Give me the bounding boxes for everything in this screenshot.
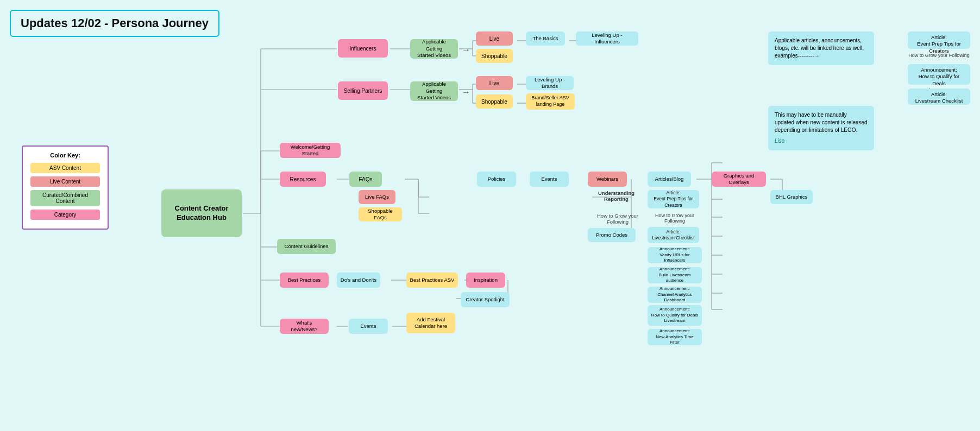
top-article-2: How to Grow your Following (908, 53, 970, 58)
faqs-node: FAQs (349, 172, 382, 187)
article-event-prep-node: Article:Event Prep Tips for Creators (648, 190, 699, 208)
title-box: Updates 12/02 - Persona Journey (10, 10, 219, 37)
article-livestream-node: Article:Livestream Checklist (648, 227, 699, 243)
add-festival-node: Add FestivalCalendar here (406, 313, 455, 333)
bhl-graphics-node: BHL Graphics (770, 190, 813, 204)
articles-blog-node: Articles/Blog (648, 172, 691, 187)
promo-codes-node: Promo Codes (588, 228, 636, 242)
welcome-node: Welcome/Getting Started (280, 143, 341, 158)
inspiration-node: Inspiration (466, 272, 505, 288)
announce-vanity-node: Announcement:Vanity URLs for Influencers (648, 247, 702, 263)
content-guidelines-node: Content Guidelines (277, 239, 336, 254)
influencers-label: Influencers (350, 45, 376, 52)
thebasics-node: The Basics (526, 31, 565, 46)
top-article-3: Announcement:How to Qualify for DealsLiv… (908, 64, 970, 85)
arrow2: → (462, 87, 470, 97)
announce-analytics-node: Announcement:New Analytics Time Filter (648, 329, 702, 345)
webinars-node: Webinars (588, 172, 627, 187)
title-text: Updates 12/02 - Persona Journey (21, 16, 209, 30)
color-key-title: Color Key: (30, 152, 100, 159)
key-category: Category (30, 210, 100, 220)
top-article-4: Article:Livestream Checklist (908, 88, 970, 105)
announce-qualify-node: Announcement:How to Qualify for DealsLiv… (648, 305, 702, 326)
top-article-1: Article:Event Prep Tips for Creators (908, 31, 970, 49)
main-container: Updates 12/02 - Persona Journey Color Ke… (0, 0, 980, 431)
selling-partners-node: Selling Partners (338, 81, 388, 100)
best-practices-asv-node: Best Practices ASV (406, 272, 458, 288)
events-node: Events (530, 172, 569, 187)
info-box-1: Applicable articles, announcements, blog… (768, 31, 874, 65)
leveling-up-brands-node: Leveling Up - Brands (526, 76, 574, 90)
shoppable2-node: Shoppable (476, 94, 513, 109)
key-asv: ASV Content (30, 163, 100, 173)
best-practices-node: Best Practices (280, 272, 329, 288)
creator-spotlight-node: Creator Spotlight (461, 292, 510, 307)
live2-node: Live (476, 76, 513, 90)
graphics-overlays-node: Graphics and Overlays (712, 172, 766, 187)
dos-donts-node: Do's and Don'ts (337, 272, 380, 288)
how-to-grow-article: How to Grow your Following (648, 213, 702, 224)
shoppable1-node: Shoppable (476, 49, 513, 63)
hub-node: Content CreatorEducation Hub (161, 189, 242, 237)
key-curated: Curated/Combined Content (30, 190, 100, 206)
info-box-2: This may have to be manually updated whe… (768, 106, 874, 150)
arrow1: → (462, 45, 470, 55)
policies-node: Policies (477, 172, 516, 187)
brand-seller-asv-node: Brand/Seller ASVlanding Page (526, 93, 575, 110)
events2-node: Events (349, 319, 388, 334)
hub-label: Content CreatorEducation Hub (175, 204, 229, 223)
how-to-grow-webinar: How to Grow your Following (588, 213, 648, 225)
announce-build-node: Announcement:Build Livestream audience (648, 267, 702, 283)
applicable-gs2-node: Applicable GettingStarted Videos (410, 81, 458, 101)
whats-new-node: What's new/News? (280, 319, 329, 334)
applicable-gs1-label: Applicable GettingStarted Videos (413, 39, 455, 59)
announce-channel-node: Announcement:Channel Analytics Dashboard (648, 287, 702, 303)
info-author: Lisa (775, 137, 868, 145)
resources-node: Resources (280, 172, 326, 187)
applicable-gs2-label: Applicable GettingStarted Videos (413, 81, 455, 101)
leveling-up-influencers-node: Leveling Up - Influencers (576, 31, 638, 46)
color-key: Color Key: ASV Content Live Content Cura… (22, 145, 109, 230)
applicable-gs1-node: Applicable GettingStarted Videos (410, 39, 458, 59)
key-live: Live Content (30, 176, 100, 187)
live1-node: Live (476, 31, 513, 46)
shoppable-faqs-node: Shoppable FAQs (359, 207, 402, 221)
understanding-reporting: Understanding Reporting (588, 190, 645, 202)
influencers-node: Influencers (338, 39, 388, 58)
live-faqs-node: Live FAQs (359, 190, 395, 204)
